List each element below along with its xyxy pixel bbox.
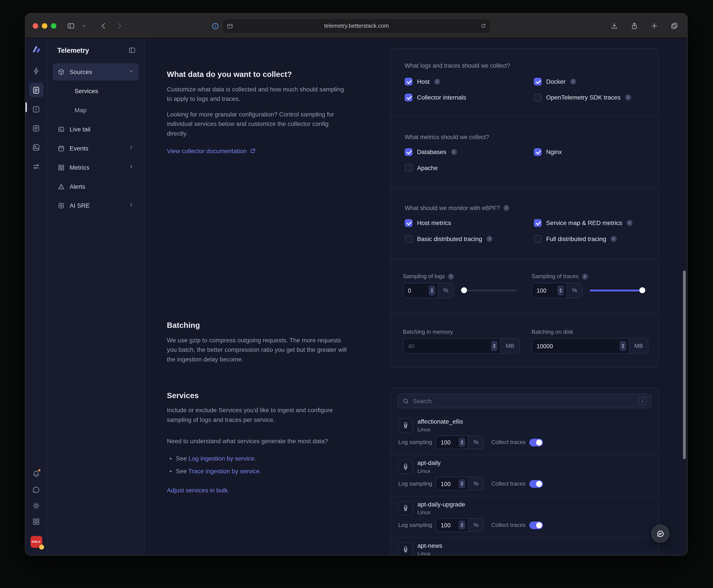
telemetry-sources-icon[interactable] (29, 83, 43, 97)
stepper-control[interactable] (459, 438, 465, 447)
stepper-control[interactable] (459, 521, 465, 529)
notifications-bell-icon[interactable] (31, 469, 41, 479)
uptime-icon[interactable] (29, 64, 43, 78)
checkbox[interactable] (534, 219, 542, 227)
slider-track[interactable] (461, 290, 517, 291)
sidebar-item-live-tail[interactable]: Live tail (53, 121, 139, 138)
slider-thumb[interactable] (639, 288, 645, 293)
batching-memory-input[interactable] (408, 342, 488, 349)
info-icon[interactable] (503, 205, 509, 211)
reload-icon[interactable] (480, 23, 486, 29)
info-icon[interactable] (627, 220, 633, 226)
checkbox-host[interactable]: Host (405, 77, 534, 85)
user-avatar[interactable]: GIRLS (30, 536, 42, 548)
tab-overview-icon[interactable] (668, 20, 681, 32)
sidebar-item-events[interactable]: Events (53, 140, 139, 157)
batching-disk-input[interactable] (537, 342, 617, 349)
info-icon[interactable] (625, 94, 631, 100)
stepper-control[interactable] (491, 341, 497, 351)
collect-traces-toggle[interactable] (529, 521, 543, 529)
log-sampling-input[interactable] (441, 439, 456, 446)
chevron-down-icon[interactable] (77, 19, 90, 32)
sidebar-toggle-icon[interactable] (65, 19, 77, 32)
collector-documentation-link[interactable]: View collector documentation (167, 148, 256, 154)
privacy-info-icon[interactable] (209, 20, 221, 32)
sidebar-item-sources[interactable]: Sources (53, 63, 139, 81)
service-name: apt-daily-upgrade (417, 501, 465, 508)
collect-traces-toggle[interactable] (529, 480, 543, 488)
sidebar-item-ai-sre[interactable]: AI SRE (53, 197, 139, 214)
new-tab-icon[interactable] (648, 20, 661, 32)
checkbox[interactable] (405, 219, 412, 227)
log-ingestion-link[interactable]: Log ingestion by service. (189, 455, 256, 462)
sidebar-item-metrics[interactable]: Metrics (53, 159, 139, 176)
minimize-window-button[interactable] (42, 23, 47, 28)
info-icon[interactable] (434, 79, 440, 84)
checkbox-service-map-red-metrics[interactable]: Service map & RED metrics (534, 218, 646, 227)
checkbox-host-metrics[interactable]: Host metrics (405, 218, 534, 227)
info-icon[interactable] (448, 273, 454, 279)
stepper-control[interactable] (459, 479, 465, 488)
theme-sun-icon[interactable] (31, 501, 41, 511)
forward-button[interactable] (113, 19, 126, 32)
checkbox[interactable] (534, 235, 542, 243)
trace-ingestion-link[interactable]: Trace ingestion by service. (188, 467, 261, 475)
dashboards-icon[interactable] (29, 140, 43, 154)
back-button[interactable] (97, 19, 110, 32)
log-sampling-input[interactable] (441, 522, 456, 528)
adjust-services-bulk-link[interactable]: Adjust services in bulk. (167, 487, 229, 493)
sidebar-item-alerts[interactable]: Alerts (53, 178, 139, 195)
chat-fab-button[interactable] (651, 525, 670, 543)
zoom-window-button[interactable] (51, 23, 57, 28)
incidents-icon[interactable] (29, 102, 43, 116)
info-icon[interactable] (582, 273, 588, 279)
checkbox-databases[interactable]: Databases (405, 148, 534, 156)
downloads-icon[interactable] (608, 20, 621, 32)
info-icon[interactable] (487, 236, 492, 242)
checkbox-full-distributed-tracing[interactable]: Full distributed tracing (534, 235, 646, 243)
checkbox[interactable] (534, 93, 542, 101)
checkbox[interactable] (405, 93, 412, 101)
support-chat-icon[interactable] (31, 484, 41, 495)
stepper-control[interactable] (429, 286, 435, 296)
checkbox-basic-distributed-tracing[interactable]: Basic distributed tracing (405, 235, 534, 243)
betterstack-logo-icon[interactable] (31, 44, 42, 55)
sidebar-item-services[interactable]: Services (53, 82, 139, 100)
share-icon[interactable] (628, 20, 641, 32)
checkbox-collector-internals[interactable]: Collector internals (405, 93, 534, 101)
collapse-sidebar-icon[interactable] (128, 46, 136, 54)
checkbox-opentelemetry-sdk-traces[interactable]: OpenTelemetry SDK traces (534, 93, 646, 101)
info-icon[interactable] (570, 79, 576, 84)
apps-grid-icon[interactable] (31, 517, 41, 526)
stepper-control[interactable] (558, 286, 564, 296)
logs-icon[interactable] (29, 121, 43, 135)
checkbox[interactable] (534, 78, 542, 85)
page-scrollbar[interactable] (683, 271, 686, 459)
sampling-logs-input[interactable] (408, 287, 426, 294)
search-input[interactable] (413, 398, 635, 404)
sampling-traces-slider[interactable] (590, 283, 645, 298)
slider-fill (590, 290, 645, 291)
log-sampling-input[interactable] (441, 480, 456, 487)
integrations-icon[interactable] (29, 159, 43, 173)
checkbox[interactable] (405, 78, 412, 85)
slider-thumb[interactable] (461, 288, 467, 293)
sampling-traces-input[interactable] (537, 287, 555, 294)
checkbox-docker[interactable]: Docker (534, 77, 646, 85)
cube-icon (57, 68, 65, 76)
services-search[interactable]: / (397, 394, 652, 408)
info-icon[interactable] (611, 236, 617, 242)
stepper-control[interactable] (620, 341, 626, 351)
info-icon[interactable] (451, 149, 457, 155)
checkbox[interactable] (534, 148, 542, 155)
checkbox-apache[interactable]: Apache (405, 164, 534, 172)
collect-traces-toggle[interactable] (529, 438, 543, 446)
checkbox[interactable] (405, 235, 412, 243)
address-bar[interactable]: telemetry.betterstack.com (223, 19, 490, 33)
sampling-logs-slider[interactable] (461, 283, 517, 298)
checkbox-nginx[interactable]: Nginx (534, 148, 646, 156)
sidebar-item-map[interactable]: Map (53, 101, 139, 119)
close-window-button[interactable] (33, 23, 38, 28)
checkbox[interactable] (405, 164, 412, 172)
checkbox[interactable] (405, 148, 412, 155)
